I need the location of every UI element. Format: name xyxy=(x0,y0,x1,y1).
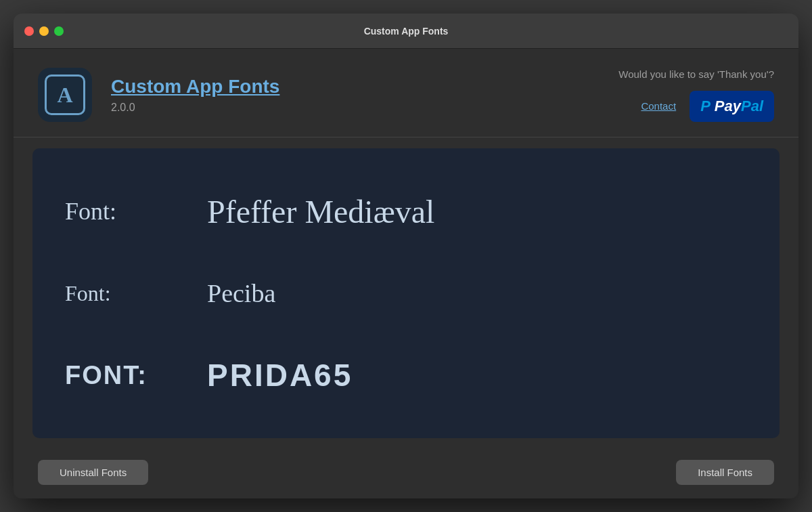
uninstall-fonts-button[interactable]: Uninstall Fonts xyxy=(38,460,148,485)
footer: Uninstall Fonts Install Fonts xyxy=(14,449,798,498)
app-window: Custom App Fonts A Custom App Fonts 2.0.… xyxy=(14,14,798,498)
header-section: A Custom App Fonts 2.0.0 Would you like … xyxy=(14,49,798,137)
title-bar: Custom App Fonts xyxy=(14,14,798,49)
paypal-button[interactable]: P PayPal xyxy=(690,91,774,122)
paypal-p-icon: P xyxy=(700,98,710,115)
font-row-3: FONT: PRIDA65 xyxy=(65,357,747,393)
maximize-button[interactable] xyxy=(54,26,64,36)
app-info: Custom App Fonts 2.0.0 xyxy=(111,76,279,114)
traffic-light-buttons xyxy=(24,26,64,36)
app-name-link[interactable]: Custom App Fonts xyxy=(111,76,279,98)
header-right-row: Contact P PayPal xyxy=(641,91,774,122)
font-row-2: Font: Peciba xyxy=(65,278,747,308)
close-button[interactable] xyxy=(24,26,34,36)
font-preview-box: Font: Pfeffer Mediæval Font: Peciba FONT… xyxy=(32,148,780,438)
header-right: Would you like to say 'Thank you'? Conta… xyxy=(618,68,774,122)
font-name-3: PRIDA65 xyxy=(207,357,353,393)
font-label-3: FONT: xyxy=(65,361,180,390)
thank-you-text: Would you like to say 'Thank you'? xyxy=(618,68,774,80)
font-name-1: Pfeffer Mediæval xyxy=(207,193,434,230)
font-name-2: Peciba xyxy=(207,278,275,308)
contact-link[interactable]: Contact xyxy=(641,100,676,112)
app-icon-letter: A xyxy=(45,74,85,115)
app-version: 2.0.0 xyxy=(111,102,279,114)
font-label-2: Font: xyxy=(65,281,180,306)
main-content: Font: Pfeffer Mediæval Font: Peciba FONT… xyxy=(14,137,798,449)
paypal-label: PayPal xyxy=(715,98,763,115)
font-label-1: Font: xyxy=(65,197,180,226)
minimize-button[interactable] xyxy=(39,26,49,36)
font-row-1: Font: Pfeffer Mediæval xyxy=(65,193,747,230)
install-fonts-button[interactable]: Install Fonts xyxy=(676,460,774,485)
window-title: Custom App Fonts xyxy=(364,26,449,37)
app-icon: A xyxy=(38,68,92,122)
